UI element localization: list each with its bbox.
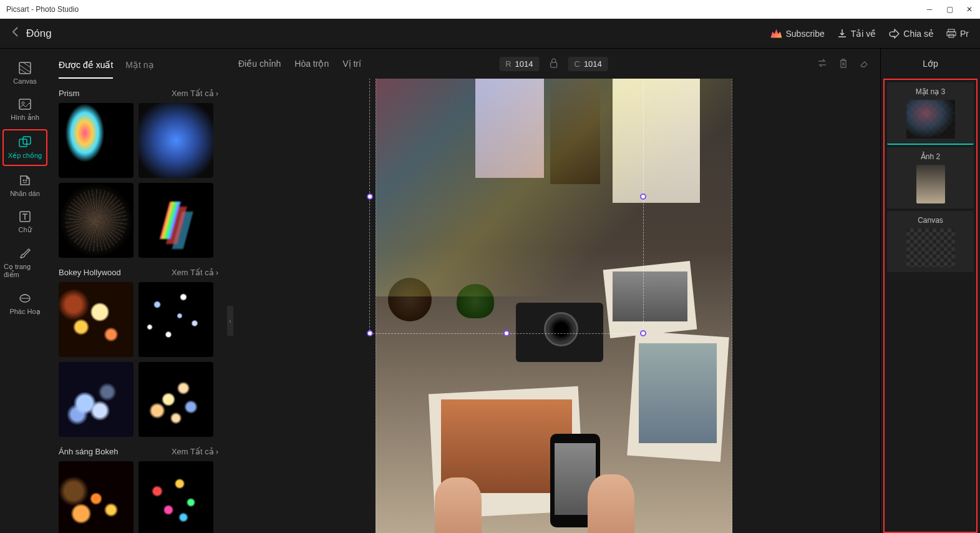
text-icon (18, 210, 32, 223)
svg-rect-1 (947, 32, 956, 36)
see-all-link[interactable]: Xem Tất cả › (172, 447, 218, 456)
tab-suggested[interactable]: Được đề xuất (59, 60, 113, 79)
lock-icon[interactable] (550, 58, 558, 70)
menu-adjust[interactable]: Điều chỉnh (238, 59, 281, 69)
layer-thumb (916, 165, 945, 203)
close-window-button[interactable]: ✕ (965, 5, 974, 14)
svg-rect-3 (19, 62, 31, 74)
category-title: Prism (59, 89, 79, 98)
overlay-thumb[interactable] (59, 183, 133, 258)
svg-point-9 (26, 180, 27, 181)
share-icon (888, 29, 900, 39)
svg-rect-0 (948, 29, 954, 32)
svg-point-8 (23, 180, 24, 181)
print-icon (946, 29, 956, 39)
app-header: Đóng Subscribe Tải về Chia sẻ Pr (0, 19, 980, 49)
see-all-link[interactable]: Xem Tất cả › (172, 268, 218, 277)
canvas-image[interactable] (376, 79, 732, 533)
sticker-icon (18, 174, 32, 187)
tool-sticker[interactable]: Nhãn dán (2, 169, 47, 202)
menu-position[interactable]: Vị trí (342, 59, 361, 69)
selection-box[interactable] (369, 79, 644, 334)
layer-item[interactable]: Canvas (887, 211, 974, 272)
close-label[interactable]: Đóng (26, 27, 52, 40)
tool-overlay[interactable]: Xếp chồng (2, 129, 47, 166)
canvas-icon (18, 61, 32, 75)
layer-item[interactable]: Ảnh 2 (887, 147, 974, 208)
chevron-right-icon: › (216, 447, 218, 456)
svg-rect-4 (19, 99, 31, 109)
tool-sketch[interactable]: Phác Hoạ (2, 286, 47, 321)
svg-rect-12 (551, 62, 557, 67)
dimension-r[interactable]: R 1014 (499, 57, 539, 71)
share-button[interactable]: Chia sẻ (888, 29, 934, 39)
category-title: Bokey Hollywood (59, 268, 121, 277)
dimension-c[interactable]: C 1014 (568, 57, 608, 71)
delete-icon[interactable] (839, 58, 848, 70)
resize-handle[interactable] (367, 193, 373, 200)
layer-thumb (906, 100, 955, 139)
see-all-link[interactable]: Xem Tất cả › (172, 89, 218, 98)
collapse-left-tab[interactable]: ‹ (227, 306, 233, 336)
window-title: Picsart - Photo Studio (6, 5, 79, 14)
back-icon[interactable] (11, 26, 19, 41)
maximize-button[interactable]: ▢ (945, 5, 954, 14)
layer-item[interactable]: Mặt nạ 3 (887, 82, 974, 145)
tool-brush[interactable]: Cọ trang điểm (2, 242, 47, 284)
menu-blend[interactable]: Hòa trộn (294, 59, 329, 69)
overlay-thumb[interactable] (138, 362, 213, 437)
overlay-thumb[interactable] (138, 183, 213, 258)
canvas-area: Điều chỉnh Hòa trộn Vị trí R 1014 C 1014 (227, 49, 880, 533)
chevron-right-icon: › (216, 89, 218, 98)
overlay-thumb[interactable] (138, 461, 213, 533)
layers-panel: Lớp Mặt nạ 3 Ảnh 2 Canvas (880, 49, 980, 533)
resize-handle[interactable] (640, 193, 646, 200)
chevron-right-icon: › (216, 268, 218, 277)
image-icon (18, 97, 32, 111)
category-title: Ánh sáng Bokeh (59, 447, 118, 456)
window-titlebar: Picsart - Photo Studio ─ ▢ ✕ (0, 0, 980, 19)
crown-icon (770, 29, 782, 38)
print-button[interactable]: Pr (946, 29, 969, 39)
layers-list: Mặt nạ 3 Ảnh 2 Canvas (883, 79, 978, 533)
tab-mask[interactable]: Mặt nạ (125, 60, 153, 79)
sketch-icon (18, 291, 32, 305)
layer-thumb (906, 228, 955, 267)
download-icon (837, 29, 847, 39)
canvas-stage[interactable]: ‹ (227, 79, 880, 533)
overlay-thumb[interactable] (138, 282, 213, 357)
overlay-thumb[interactable] (59, 282, 133, 357)
download-button[interactable]: Tải về (837, 29, 876, 39)
overlay-thumb[interactable] (59, 362, 133, 437)
tool-canvas[interactable]: Canvas (2, 56, 47, 90)
minimize-button[interactable]: ─ (925, 5, 934, 14)
tool-image[interactable]: Hình ảnh (2, 92, 47, 127)
brush-icon (18, 247, 32, 260)
layers-title: Lớp (881, 49, 980, 79)
overlay-thumb[interactable] (138, 103, 213, 178)
eraser-icon[interactable] (859, 58, 869, 70)
overlay-panel: Được đề xuất Mặt nạ Prism Xem Tất cả › B… (50, 49, 227, 533)
resize-handle[interactable] (367, 330, 373, 336)
tool-rail: Canvas Hình ảnh Xếp chồng Nhãn dán Chữ C… (0, 49, 50, 533)
subscribe-button[interactable]: Subscribe (770, 29, 824, 39)
resize-handle[interactable] (503, 330, 510, 336)
overlay-icon (18, 135, 32, 149)
overlay-thumb[interactable] (59, 103, 133, 178)
resize-handle[interactable] (640, 330, 646, 336)
tool-text[interactable]: Chữ (2, 205, 47, 239)
overlay-thumb[interactable] (59, 461, 133, 533)
svg-point-5 (22, 102, 24, 104)
swap-icon[interactable] (817, 58, 828, 70)
